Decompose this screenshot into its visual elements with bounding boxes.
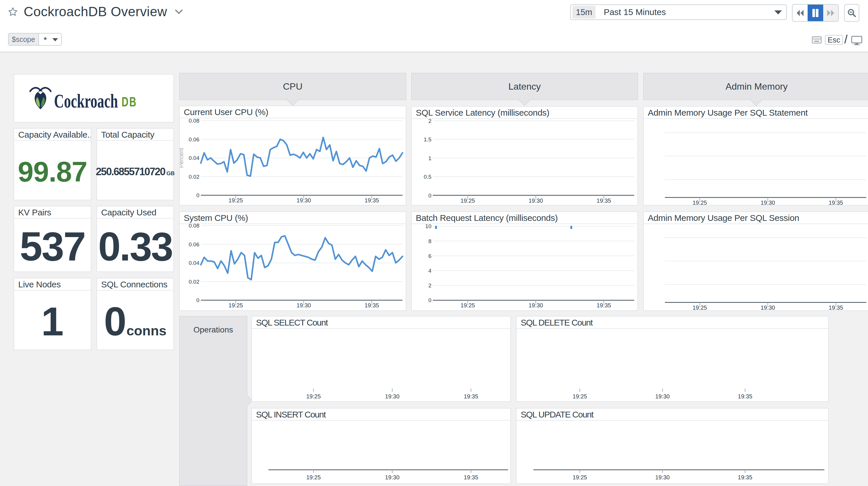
svg-text:19:25: 19:25 <box>573 393 587 400</box>
svg-text:19:35: 19:35 <box>829 305 843 310</box>
svg-text:19:25: 19:25 <box>461 197 475 204</box>
svg-text:2: 2 <box>428 283 431 289</box>
svg-text:19:30: 19:30 <box>297 302 311 309</box>
svg-text:Percent: Percent <box>180 148 184 168</box>
svg-text:19:30: 19:30 <box>761 199 775 205</box>
svg-text:19:25: 19:25 <box>306 393 321 400</box>
svg-text:19:30: 19:30 <box>385 393 399 400</box>
svg-text:0.02: 0.02 <box>189 174 199 180</box>
svg-text:19:30: 19:30 <box>385 474 399 481</box>
svg-text:0.08: 0.08 <box>189 118 199 124</box>
svg-text:0: 0 <box>196 192 199 198</box>
svg-text:0: 0 <box>428 297 431 303</box>
svg-text:0.08: 0.08 <box>189 223 199 229</box>
svg-text:19:35: 19:35 <box>365 197 379 203</box>
svg-text:19:35: 19:35 <box>738 474 752 481</box>
svg-text:19:25: 19:25 <box>228 302 243 309</box>
svg-text:19:30: 19:30 <box>655 393 670 400</box>
svg-text:19:30: 19:30 <box>761 305 775 310</box>
svg-text:19:35: 19:35 <box>829 199 843 205</box>
svg-text:19:25: 19:25 <box>306 474 321 481</box>
svg-text:8: 8 <box>428 238 431 244</box>
svg-text:1: 1 <box>428 155 431 161</box>
svg-text:19:25: 19:25 <box>461 302 475 309</box>
svg-text:0.04: 0.04 <box>189 155 199 161</box>
svg-text:19:25: 19:25 <box>573 474 587 481</box>
svg-text:0.06: 0.06 <box>189 137 199 143</box>
svg-text:19:35: 19:35 <box>365 302 379 309</box>
svg-text:10: 10 <box>425 223 431 229</box>
svg-text:6: 6 <box>428 253 431 259</box>
svg-text:4: 4 <box>428 268 431 274</box>
svg-text:2: 2 <box>428 118 431 124</box>
svg-text:19:35: 19:35 <box>597 302 611 309</box>
svg-text:19:25: 19:25 <box>692 199 707 205</box>
svg-text:0.5: 0.5 <box>424 174 431 180</box>
svg-text:19:25: 19:25 <box>692 305 707 310</box>
svg-text:0: 0 <box>428 193 431 199</box>
svg-text:19:35: 19:35 <box>597 197 611 204</box>
svg-text:19:30: 19:30 <box>528 197 543 204</box>
svg-text:19:35: 19:35 <box>738 393 752 400</box>
svg-text:0.02: 0.02 <box>189 279 199 285</box>
svg-text:19:30: 19:30 <box>528 302 543 309</box>
svg-text:0.04: 0.04 <box>189 260 199 266</box>
svg-text:1.5: 1.5 <box>424 137 431 143</box>
svg-text:19:30: 19:30 <box>655 474 670 481</box>
svg-text:0.06: 0.06 <box>189 241 199 248</box>
svg-text:19:25: 19:25 <box>228 197 243 203</box>
svg-text:19:35: 19:35 <box>464 474 478 481</box>
svg-text:0: 0 <box>196 297 199 303</box>
svg-text:19:30: 19:30 <box>297 197 311 203</box>
svg-text:19:35: 19:35 <box>464 393 478 400</box>
